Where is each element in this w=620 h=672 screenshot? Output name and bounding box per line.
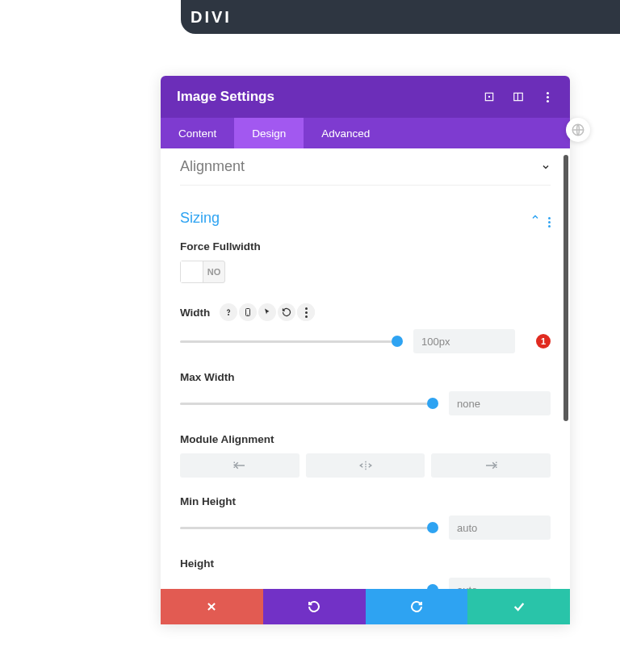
align-left-icon [232, 460, 247, 471]
field-min-height: Min Height auto [180, 495, 551, 540]
slider-thumb[interactable] [427, 584, 438, 589]
section-sizing-header[interactable]: Sizing [180, 186, 551, 240]
globe-icon [571, 123, 585, 137]
width-slider[interactable] [180, 335, 402, 348]
cancel-button[interactable] [161, 589, 263, 624]
tab-content[interactable]: Content [161, 118, 234, 148]
max-width-value[interactable]: none [449, 391, 551, 415]
tab-design[interactable]: Design [234, 118, 304, 148]
field-force-fullwidth: Force Fullwidth NO [180, 240, 551, 286]
undo-icon [308, 600, 320, 613]
field-width: Width [180, 303, 551, 353]
more-v-icon [297, 303, 315, 321]
tab-advanced[interactable]: Advanced [304, 118, 388, 148]
height-label: Height [180, 557, 551, 570]
sidebar-toggle-button[interactable] [512, 90, 525, 103]
check-icon [513, 600, 526, 613]
min-height-label: Min Height [180, 495, 551, 507]
redo-button[interactable] [366, 589, 468, 624]
module-alignment-label: Module Alignment [180, 433, 551, 445]
expand-button[interactable] [483, 90, 496, 103]
section-more-button[interactable] [548, 208, 551, 227]
scrollbar-thumb[interactable] [563, 155, 568, 421]
panel-header: Image Settings [161, 76, 570, 118]
action-bar [161, 589, 570, 624]
square-expand-icon [484, 91, 495, 102]
slider-thumb[interactable] [392, 336, 403, 347]
section-sizing-title: Sizing [180, 210, 220, 227]
redo-icon [410, 600, 423, 613]
responsive-button[interactable] [239, 303, 257, 321]
annotation-badge: 1 [536, 334, 551, 349]
slider-track [180, 403, 438, 405]
section-alignment[interactable]: Alignment [180, 148, 551, 186]
force-fullwidth-label: Force Fullwidth [180, 240, 551, 253]
min-height-value[interactable]: auto [449, 515, 551, 540]
reset-icon [282, 307, 291, 317]
min-height-slider[interactable] [180, 521, 438, 534]
height-slider[interactable] [180, 583, 438, 589]
more-v-icon [541, 90, 554, 103]
undo-button[interactable] [263, 589, 366, 624]
field-height: Height auto [180, 557, 551, 589]
width-value[interactable]: 100px [413, 329, 515, 353]
more-v-icon [548, 217, 551, 227]
section-alignment-title: Alignment [180, 158, 245, 175]
cursor-icon [262, 307, 272, 317]
sidebar-toggle-icon [513, 91, 524, 102]
align-center-icon [358, 460, 373, 471]
max-width-label: Max Width [180, 371, 551, 383]
align-center-button[interactable] [306, 453, 425, 478]
hover-button[interactable] [258, 303, 276, 321]
reset-button[interactable] [278, 303, 295, 321]
chevron-up-icon [530, 211, 540, 225]
align-right-button[interactable] [431, 453, 551, 478]
toggle-state: NO [203, 267, 224, 277]
field-max-width: Max Width none [180, 371, 551, 415]
force-fullwidth-toggle[interactable]: NO [180, 261, 225, 283]
save-button[interactable] [467, 589, 570, 624]
slider-track [180, 527, 438, 529]
chevron-down-icon [541, 162, 551, 172]
height-value[interactable]: auto [449, 578, 551, 589]
slider-thumb[interactable] [427, 398, 438, 409]
align-left-button[interactable] [180, 453, 300, 478]
panel-title: Image Settings [177, 89, 274, 105]
slider-thumb[interactable] [427, 522, 438, 533]
brand-logo: DIVI [191, 8, 232, 27]
field-module-alignment: Module Alignment [180, 433, 551, 478]
app-topbar: DIVI [181, 0, 620, 34]
width-label: Width [180, 307, 210, 319]
header-more-button[interactable] [541, 90, 554, 103]
globe-button[interactable] [566, 118, 590, 142]
close-icon [206, 601, 217, 612]
slider-track [180, 589, 438, 590]
panel-tabs: Content Design Advanced [161, 118, 570, 148]
svg-point-5 [228, 315, 229, 315]
field-more-button[interactable] [297, 303, 315, 321]
mobile-icon [243, 307, 253, 317]
svg-point-2 [488, 96, 490, 98]
slider-track [180, 340, 402, 343]
max-width-slider[interactable] [180, 397, 438, 410]
panel-body: Alignment Sizing Force Fullwidth NO [161, 148, 570, 589]
align-right-icon [484, 460, 498, 471]
toggle-knob [181, 261, 203, 282]
settings-panel: Image Settings Content Design Advanced A… [161, 76, 570, 624]
help-button[interactable] [220, 303, 237, 321]
help-icon [224, 307, 233, 317]
